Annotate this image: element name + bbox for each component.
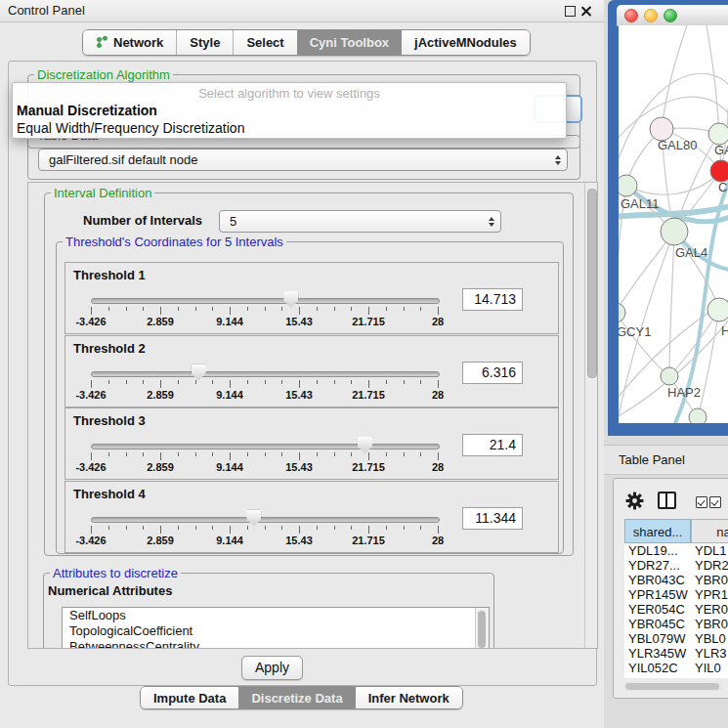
- table-cell: YER0: [691, 602, 728, 617]
- slider-track[interactable]: [91, 444, 440, 450]
- table-row[interactable]: YBR045CYBR0: [624, 617, 728, 631]
- minimize-traffic-light-icon[interactable]: [644, 9, 658, 22]
- slider-tick: [91, 307, 92, 315]
- node-label: C: [718, 180, 727, 194]
- threshold-value-field[interactable]: 21.4: [462, 434, 523, 456]
- table-row[interactable]: YER054CYER0: [624, 602, 728, 617]
- algorithm-option-manual-discretization[interactable]: Manual Discretization: [13, 102, 566, 119]
- slider-tick: [334, 526, 335, 530]
- slider-tick: [420, 380, 421, 384]
- threshold-panel-1: Threshold 1-3.4262.8599.14415.4321.71528…: [64, 262, 559, 334]
- number-of-intervals-label: Number of Intervals: [83, 213, 202, 228]
- right-region: GAL80GALCGAL11GAL4GCY1HHAP2 Table Panel …: [604, 0, 728, 728]
- tab-infer-network[interactable]: Infer Network: [356, 687, 462, 708]
- slider-tick: [281, 452, 282, 456]
- slider-tick-label: 15.43: [270, 535, 328, 546]
- tab-select[interactable]: Select: [233, 30, 296, 55]
- slider-thumb[interactable]: [192, 364, 206, 381]
- table-row[interactable]: YIL052CYIL0: [624, 661, 728, 675]
- slider-tick: [368, 452, 369, 460]
- scrollbar-thumb[interactable]: [478, 611, 486, 648]
- slider-track[interactable]: [91, 371, 440, 377]
- network-node-gal4[interactable]: [661, 218, 688, 245]
- threshold-label: Threshold 3: [73, 413, 146, 428]
- attributes-list-scrollbar[interactable]: [475, 608, 489, 649]
- table-cell: YIL0: [691, 661, 728, 675]
- close-icon[interactable]: [580, 6, 591, 17]
- network-window-titlebar[interactable]: [617, 5, 728, 26]
- attribute-item-betweennesscentrality[interactable]: BetweennessCentrality: [63, 639, 489, 649]
- tab-style[interactable]: Style: [176, 30, 233, 55]
- table-cell: YPR1: [691, 587, 728, 602]
- node-label: GAL80: [658, 138, 697, 152]
- table-row[interactable]: YLR345WYLR3: [624, 646, 728, 661]
- gear-icon[interactable]: [625, 492, 644, 510]
- network-node-c[interactable]: [710, 160, 728, 182]
- zoom-traffic-light-icon[interactable]: [664, 9, 677, 22]
- slider-tick: [212, 526, 213, 530]
- tab-jactivemnodules[interactable]: jActiveMNodules: [402, 30, 530, 55]
- network-node-gal[interactable]: [708, 123, 728, 145]
- slider-tick: [247, 380, 248, 384]
- slider-track[interactable]: [91, 517, 440, 523]
- table-row[interactable]: YDR27...YDR2: [624, 558, 728, 573]
- slider-tick-label: 28: [408, 535, 467, 546]
- tab-discretize-data[interactable]: Discretize Data: [238, 687, 355, 708]
- split-columns-icon[interactable]: [658, 492, 676, 509]
- slider-tick: [351, 526, 352, 530]
- threshold-value-field[interactable]: 14.713: [462, 288, 523, 311]
- network-node-gcy1[interactable]: [619, 303, 625, 322]
- slider-track[interactable]: [91, 298, 440, 304]
- float-window-icon[interactable]: [565, 6, 576, 17]
- threshold-value-field[interactable]: 11.344: [462, 507, 523, 530]
- slider-tick: [368, 380, 369, 388]
- slider-thumb[interactable]: [283, 291, 298, 308]
- algorithm-option-equal-width-frequency-discretization[interactable]: Equal Width/Frequency Discretization: [13, 119, 566, 137]
- tab-network[interactable]: Network: [83, 30, 176, 55]
- close-traffic-light-icon[interactable]: [624, 9, 638, 22]
- network-node-gal11[interactable]: [619, 175, 637, 196]
- viewport-scrollbar[interactable]: [584, 183, 598, 648]
- numerical-attributes-list[interactable]: SelfLoopsTopologicalCoefficientBetweenne…: [62, 607, 490, 649]
- table-row[interactable]: YBR043CYBR0: [624, 573, 728, 587]
- attribute-item-selfloops[interactable]: SelfLoops: [63, 608, 489, 623]
- network-node-hap2[interactable]: [661, 367, 678, 385]
- tab-impute-data[interactable]: Impute Data: [141, 687, 238, 708]
- tab-cyni-toolbox[interactable]: Cyni Toolbox: [297, 30, 402, 55]
- slider-tick: [438, 380, 439, 388]
- table-data-combobox[interactable]: galFiltered.sif default node: [38, 149, 568, 171]
- network-node[interactable]: [689, 408, 707, 423]
- tab-label: jActiveMNodules: [414, 35, 517, 50]
- slider-tick: [160, 307, 161, 315]
- slider-thumb[interactable]: [246, 510, 261, 527]
- slider-tick: [143, 380, 144, 384]
- panel-title: Control Panel: [8, 3, 85, 18]
- scrollbar-thumb[interactable]: [625, 683, 719, 690]
- slider-tick: [195, 380, 196, 384]
- slider-thumb[interactable]: [358, 437, 372, 453]
- stepper-icon: [483, 217, 500, 227]
- slider-tick: [126, 307, 127, 311]
- apply-button[interactable]: Apply: [241, 656, 303, 680]
- slider-tick: [143, 307, 144, 311]
- control-panel: Control Panel NetworkStyleSelectCyni Too…: [0, 0, 605, 728]
- network-canvas[interactable]: GAL80GALCGAL11GAL4GCY1HHAP2: [619, 25, 728, 423]
- slider-tick: [212, 452, 213, 456]
- attribute-item-topologicalcoefficient[interactable]: TopologicalCoefficient: [63, 623, 489, 639]
- slider-tick: [143, 452, 144, 456]
- column-header-shared[interactable]: shared...: [624, 519, 691, 543]
- table-row[interactable]: YPR145WYPR1: [624, 587, 728, 602]
- checkbox-icon[interactable]: [709, 496, 721, 508]
- threshold-value-field[interactable]: 6.316: [462, 362, 523, 384]
- slider-tick: [195, 526, 196, 530]
- slider-tick: [404, 307, 405, 311]
- table-row[interactable]: YBL079WYBL0: [624, 631, 728, 646]
- slider-tick: [334, 307, 335, 311]
- number-of-intervals-combobox[interactable]: 5: [219, 210, 501, 233]
- column-header-name[interactable]: name: [691, 519, 728, 543]
- scrollbar-thumb[interactable]: [587, 189, 597, 378]
- network-node-h[interactable]: [707, 298, 728, 321]
- checkbox-icon[interactable]: [696, 496, 707, 508]
- table-row[interactable]: YDL19...YDL1: [624, 543, 728, 558]
- table-horizontal-scrollbar[interactable]: [624, 682, 723, 691]
